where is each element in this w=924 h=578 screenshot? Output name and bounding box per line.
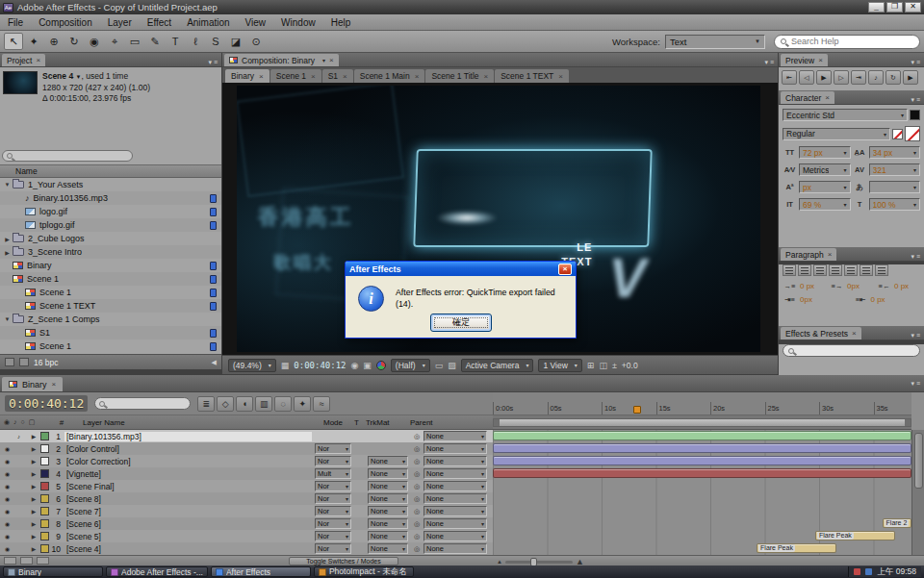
close-icon[interactable]: × [36, 56, 40, 64]
layer-bar[interactable]: Flare 2 [883, 518, 911, 528]
close-icon[interactable]: × [343, 72, 347, 81]
taskbar-item[interactable]: Binary [3, 566, 103, 577]
loop-button[interactable]: ↻ [886, 70, 901, 85]
trkmat-header[interactable]: TrkMat [366, 418, 410, 427]
project-item[interactable]: ▼1_Your Assets [0, 178, 221, 191]
align-right-button[interactable] [813, 264, 827, 276]
twirl-icon[interactable]: ▶ [29, 483, 38, 490]
project-item[interactable]: ▼Z_Scene 1 Comps [0, 313, 221, 326]
timeline-lane[interactable] [493, 505, 911, 517]
indent-right-field[interactable]: ≡←0 px [877, 282, 920, 290]
help-search-input[interactable] [791, 37, 913, 46]
layer-row[interactable]: ◉▶10[Scene 4]Nor▾None▾◎None▾ [0, 542, 493, 555]
trkmat-select[interactable]: None▾ [368, 456, 408, 466]
restore-button[interactable]: ❐ [886, 2, 903, 13]
expand-layer-switches-icon[interactable] [4, 557, 16, 565]
label-color[interactable] [40, 494, 49, 503]
font-size-field[interactable]: 72 px▾ [799, 146, 851, 159]
parent-select[interactable]: None▾ [424, 493, 487, 504]
timeline-lane[interactable] [493, 467, 911, 480]
label-color[interactable] [40, 544, 49, 553]
bpc-label[interactable]: 16 bpc [34, 358, 59, 367]
character-panel-tab[interactable]: Character × [781, 91, 834, 104]
show-channel-icon[interactable] [376, 361, 386, 370]
layer-row[interactable]: ◉▶4[Vignette]Mult▾None▾◎None▾ [0, 467, 493, 480]
puppet-pin-tool[interactable]: ⊙ [246, 33, 266, 50]
parent-select[interactable]: None▾ [424, 506, 487, 516]
twirl-icon[interactable]: ▶ [29, 458, 38, 465]
layer-bar[interactable] [493, 468, 911, 478]
panel-menu-icon[interactable]: ▾ ≡ [909, 59, 922, 66]
close-icon[interactable]: × [558, 72, 563, 81]
layer-name[interactable]: [Vignette] [64, 469, 312, 479]
zoom-slider[interactable] [505, 561, 573, 564]
resolution-select[interactable]: (Half)▾ [391, 359, 430, 372]
parent-select[interactable]: None▾ [424, 431, 487, 441]
mode-select[interactable]: Nor▾ [315, 443, 351, 454]
layer-bar[interactable] [493, 456, 911, 465]
mode-select[interactable]: Nor▾ [315, 518, 351, 529]
zoom-tool[interactable]: ⊕ [44, 33, 64, 50]
audio-icon[interactable]: ♪ [14, 434, 23, 440]
twirl-icon[interactable]: ▶ [29, 533, 38, 540]
color-depth-icon[interactable] [5, 358, 14, 366]
number-header[interactable]: # [48, 418, 75, 427]
twirl-icon[interactable]: ▼ [2, 182, 13, 188]
close-icon[interactable]: × [259, 72, 264, 81]
paragraph-panel-tab[interactable]: Paragraph × [781, 248, 836, 261]
project-item[interactable]: ▶3_Scene Intro [0, 245, 221, 259]
timeline-lane[interactable] [493, 430, 911, 442]
timeline-tab-binary[interactable]: Binary × [2, 377, 63, 391]
grid-guides-icon[interactable]: ▦ [281, 361, 290, 370]
timeline-lane[interactable] [493, 492, 911, 505]
align-center-button[interactable] [798, 264, 811, 276]
pen-tool[interactable]: ✎ [145, 33, 165, 50]
twirl-icon[interactable]: ▶ [29, 545, 38, 552]
tracking-field[interactable]: 321▾ [869, 163, 921, 176]
close-icon[interactable]: × [825, 93, 830, 102]
panel-menu-icon[interactable]: ▾ ≡ [909, 380, 922, 388]
comp-tab-scene-1-text[interactable]: Scene 1 TEXT× [495, 69, 569, 83]
layer-name[interactable]: [Scene 6] [64, 519, 312, 529]
minimize-button[interactable]: _ [868, 2, 885, 13]
twirl-icon[interactable]: ▶ [29, 495, 38, 502]
label-color[interactable] [40, 519, 49, 528]
clone-stamp-tool[interactable]: S [206, 33, 225, 50]
scrollbar-thumb[interactable] [914, 433, 923, 489]
baseline-shift-field[interactable]: px▾ [799, 181, 851, 193]
view-layout-icon[interactable]: ⊞ [587, 361, 595, 370]
hand-tool[interactable]: ✦ [24, 33, 43, 50]
project-search-box[interactable] [2, 150, 133, 162]
project-item[interactable]: Binary [0, 259, 221, 272]
mode-select[interactable]: Nor▾ [315, 543, 351, 554]
parent-pickwhip-icon[interactable]: ◎ [410, 533, 424, 540]
layer-name[interactable]: [Scene 7] [64, 507, 312, 516]
kerning-field[interactable]: Metrics▾ [799, 163, 851, 176]
fill-color-swatch[interactable] [910, 110, 920, 120]
close-icon[interactable]: × [52, 380, 57, 389]
layer-bar[interactable] [493, 431, 911, 440]
eye-icon[interactable]: ◉ [3, 470, 12, 477]
layer-row[interactable]: ◉▶3[Color Correction]Nor▾None▾◎None▾ [0, 455, 493, 467]
ok-button[interactable]: 確定 [430, 314, 492, 332]
font-style-select[interactable]: Regular▾ [783, 128, 890, 140]
current-timecode[interactable]: 0:00:40:12 [5, 395, 88, 412]
camera-select[interactable]: Active Camera▾ [461, 359, 534, 372]
space-after-field[interactable]: ≡⇤0 px [854, 295, 921, 304]
comp-marker[interactable] [633, 406, 641, 414]
layer-row[interactable]: ♪▶1[Binary.101356.mp3]◎None▾ [0, 430, 493, 442]
graph-editor-button[interactable]: ≈ [313, 396, 330, 412]
stroke-color-swatch[interactable] [892, 129, 903, 139]
no-stroke-swatch[interactable] [905, 126, 920, 141]
dialog-close-button[interactable]: × [558, 264, 572, 275]
timeline-lane[interactable] [493, 442, 911, 455]
mode-select[interactable]: Mult▾ [315, 468, 351, 479]
comp-tab-scene-1-main[interactable]: Scene 1 Main× [354, 69, 425, 83]
effects-search-input[interactable] [798, 346, 914, 355]
indent-left-field[interactable]: →≡0 px [783, 282, 826, 290]
layer-row[interactable]: ◉▶9[Scene 5]Nor▾None▾◎None▾ [0, 530, 493, 542]
clock[interactable]: 上午 09:58 [877, 566, 916, 578]
layer-row[interactable]: ◉▶7[Scene 7]Nor▾None▾◎None▾ [0, 505, 493, 517]
project-search-input[interactable] [13, 152, 128, 161]
project-item[interactable]: Scene 1 TEXT [0, 299, 221, 313]
